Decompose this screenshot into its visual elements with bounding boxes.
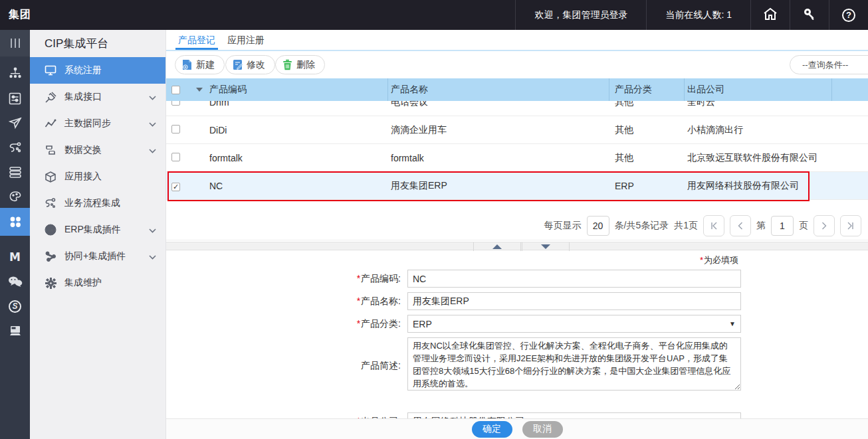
triangle-up-icon bbox=[492, 244, 502, 249]
doc-edit-icon bbox=[233, 59, 243, 70]
sidebar-item-label: ERP集成插件 bbox=[64, 224, 121, 236]
sidebar-item-business-process[interactable]: 业务流程集成 bbox=[30, 190, 165, 217]
sidebar-item-app-access[interactable]: 应用接入 bbox=[30, 163, 165, 190]
sidebar-item-collab-plugin[interactable]: 协同+集成插件 bbox=[30, 243, 165, 270]
exchange-icon bbox=[45, 144, 56, 156]
chevron-left-icon bbox=[736, 222, 744, 230]
new-button-label: 新建 bbox=[196, 59, 215, 71]
records-label: 条/共5条记录 bbox=[615, 220, 669, 232]
tab-product-register[interactable]: 产品登记 bbox=[175, 30, 218, 50]
svg-text:ERP: ERP bbox=[47, 228, 54, 232]
sidebar-item-integration-api[interactable]: 集成接口 bbox=[30, 84, 165, 110]
sidebar-item-master-data-sync[interactable]: 主数据同步 bbox=[30, 110, 165, 137]
cell-name: 用友集团ERP bbox=[388, 180, 609, 192]
home-button[interactable] bbox=[750, 0, 790, 30]
column-header-name[interactable]: 产品名称 bbox=[388, 78, 609, 101]
sidebar-item-integration-maintenance[interactable]: 集成维护 bbox=[30, 270, 165, 296]
row-checkbox[interactable] bbox=[171, 153, 180, 161]
route-icon[interactable] bbox=[0, 135, 30, 160]
table-row[interactable]: DiDi 滴滴企业用车 其他 小桔滴滴出行 bbox=[166, 116, 868, 144]
row-checkbox[interactable] bbox=[171, 101, 180, 106]
app-window: 集团 欢迎，集团管理员登录 当前在线人数: 1 ? bbox=[0, 0, 868, 439]
edit-button[interactable]: 修改 bbox=[225, 55, 275, 74]
m-app-icon[interactable]: M bbox=[0, 244, 30, 270]
workstation-icon[interactable] bbox=[0, 318, 30, 343]
main-content: 产品登记 应用注册 新建 修改 删除 --查询条件-- 产品编码 bbox=[166, 30, 868, 439]
chevron-right-icon bbox=[820, 222, 828, 230]
column-header-extra bbox=[832, 78, 868, 101]
sidebar-item-label: 业务流程集成 bbox=[64, 197, 120, 209]
sidebar-title: CIP集成平台 bbox=[30, 30, 165, 57]
sidebar-item-label: 应用接入 bbox=[64, 171, 102, 183]
per-page-input[interactable] bbox=[587, 216, 609, 236]
share-icon bbox=[45, 250, 56, 262]
cell-name: 电话会议 bbox=[388, 101, 609, 108]
last-page-button[interactable] bbox=[840, 215, 861, 236]
wechat-icon[interactable] bbox=[0, 269, 30, 294]
brand-title: 集团 bbox=[0, 8, 31, 22]
cell-code: Dhm bbox=[209, 101, 388, 108]
page-number-input[interactable] bbox=[771, 216, 794, 236]
delete-button-label: 删除 bbox=[296, 59, 315, 71]
table-row-selected[interactable]: ✓ NC 用友集团ERP ERP 用友网络科技股份有限公司 bbox=[166, 172, 868, 200]
panel-splitter[interactable] bbox=[166, 242, 868, 250]
help-icon: ? bbox=[842, 9, 855, 22]
required-note: *为必填项 bbox=[700, 254, 738, 266]
tab-bar: 产品登记 应用注册 bbox=[166, 30, 868, 51]
key-icon bbox=[802, 7, 817, 23]
table-row[interactable]: formtalk formtalk 其他 北京致远互联软件股份有限公司 bbox=[166, 144, 868, 172]
flow-icon bbox=[45, 197, 56, 209]
cell-company: 北京致远互联软件股份有限公司 bbox=[685, 152, 832, 164]
cell-category: 其他 bbox=[609, 124, 685, 136]
trash-icon bbox=[282, 59, 292, 70]
first-page-button[interactable] bbox=[703, 215, 724, 236]
edit-button-label: 修改 bbox=[247, 59, 265, 71]
table-header: 产品编码 产品名称 产品分类 出品公司 bbox=[166, 78, 868, 101]
palette-icon[interactable] bbox=[0, 184, 30, 209]
selection-dropdown-icon[interactable] bbox=[196, 88, 203, 92]
product-desc-textarea[interactable]: 用友NC以全球化集团管控、行业化解决方案、全程化电子商务、平台化应用集成的管理业… bbox=[407, 337, 741, 391]
table-row[interactable]: Dhm 电话会议 其他 全时云 bbox=[166, 101, 868, 116]
cell-code: formtalk bbox=[209, 153, 388, 163]
tab-app-register[interactable]: 应用注册 bbox=[225, 30, 267, 50]
page-prefix: 第 bbox=[756, 220, 766, 232]
product-name-input[interactable] bbox=[407, 292, 741, 310]
prev-page-button[interactable] bbox=[730, 215, 751, 236]
stack-icon[interactable] bbox=[0, 159, 30, 185]
sidebar-item-erp-plugin[interactable]: ERP ERP集成插件 bbox=[30, 217, 165, 243]
select-all-checkbox[interactable] bbox=[171, 86, 180, 94]
cube-icon bbox=[45, 171, 56, 183]
column-header-company[interactable]: 出品公司 bbox=[685, 78, 832, 101]
column-header-code[interactable]: 产品编码 bbox=[209, 78, 388, 101]
product-code-input[interactable] bbox=[407, 270, 741, 288]
next-page-button[interactable] bbox=[814, 215, 835, 236]
sitemap-icon[interactable] bbox=[0, 60, 30, 86]
s-app-icon[interactable]: S bbox=[0, 294, 30, 319]
sidebar: CIP集成平台 系统注册 集成接口 主数据同步 数据交换 bbox=[30, 30, 166, 439]
delete-button[interactable]: 删除 bbox=[275, 55, 325, 74]
query-condition-label: --查询条件-- bbox=[802, 59, 848, 71]
top-bar: 集团 欢迎，集团管理员登录 当前在线人数: 1 ? bbox=[0, 0, 868, 30]
cancel-button[interactable]: 取消 bbox=[522, 421, 563, 438]
column-header-category[interactable]: 产品分类 bbox=[609, 78, 685, 101]
panel-toggle-icon[interactable] bbox=[0, 30, 30, 56]
integration-panel-icon[interactable] bbox=[0, 86, 30, 111]
pagination-bar: 每页显示 条/共5条记录 共1页 第 页 bbox=[166, 211, 868, 240]
triangle-down-icon bbox=[541, 244, 550, 249]
product-category-select[interactable]: ERP ▼ bbox=[407, 315, 741, 333]
password-button[interactable] bbox=[790, 0, 829, 30]
new-button[interactable]: 新建 bbox=[175, 55, 225, 74]
doc-plus-icon bbox=[182, 59, 192, 70]
help-button[interactable]: ? bbox=[829, 0, 868, 30]
total-pages-label: 共1页 bbox=[674, 220, 698, 232]
confirm-button[interactable]: 确定 bbox=[472, 421, 512, 438]
first-page-icon bbox=[710, 222, 718, 230]
row-checkbox[interactable] bbox=[171, 125, 180, 133]
product-desc-label: 产品简述: bbox=[166, 360, 404, 372]
sidebar-item-data-exchange[interactable]: 数据交换 bbox=[30, 137, 165, 163]
query-condition-select[interactable]: --查询条件-- bbox=[790, 55, 868, 74]
send-icon[interactable] bbox=[0, 110, 30, 135]
row-checkbox-checked[interactable]: ✓ bbox=[171, 183, 180, 191]
sidebar-item-system-register[interactable]: 系统注册 bbox=[30, 57, 165, 84]
apps-icon[interactable] bbox=[0, 208, 30, 236]
